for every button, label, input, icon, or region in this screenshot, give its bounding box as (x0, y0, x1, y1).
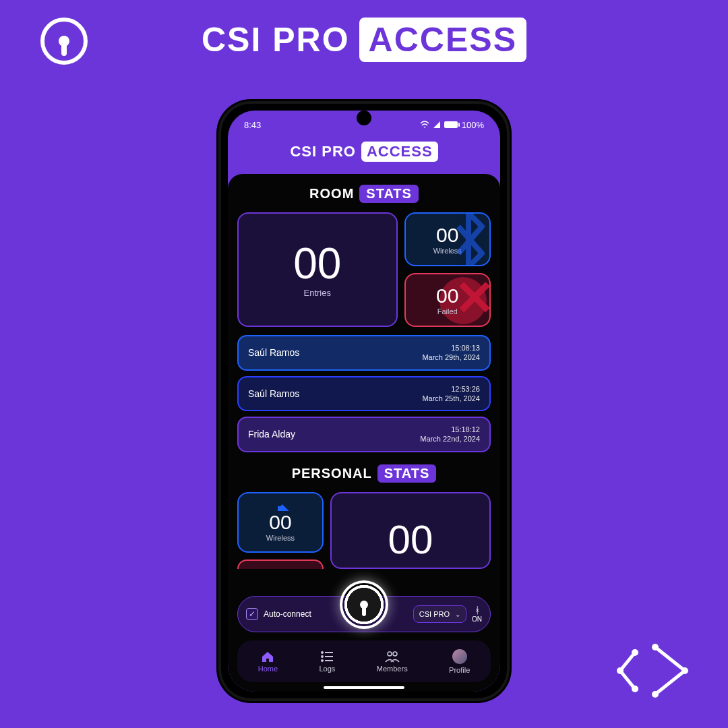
log-date: March 25th, 2024 (422, 394, 480, 403)
section-title-chip: STATS (377, 464, 437, 483)
app-title-pre: CSI PRO (290, 143, 355, 160)
log-date: March 22nd, 2024 (420, 434, 480, 444)
camera-notch (359, 113, 369, 123)
bottom-nav: Home Logs Members (237, 640, 491, 682)
svg-point-8 (321, 655, 324, 658)
promo-title: CSI PRO ACCESS (202, 18, 526, 62)
log-name: Saúl Ramos (248, 347, 299, 358)
status-battery: 100% (462, 120, 484, 130)
room-stats-title: ROOM STATS (237, 185, 491, 203)
app-title-chip: ACCESS (361, 142, 438, 162)
phone-frame: 8:43 100% CSI PRO ACCESS ROOM STATS 00 E… (218, 101, 510, 701)
personal-stats-title: PERSONAL STATS (237, 464, 491, 483)
log-entry[interactable]: Frida Alday15:18:12March 22nd, 2024 (237, 417, 491, 452)
check-icon: ✓ (249, 609, 255, 619)
room-select-value: CSI PRO (419, 610, 450, 618)
log-time: 12:53:26 (422, 384, 480, 394)
auto-connect-checkbox[interactable]: ✓ (246, 608, 258, 620)
card-entries[interactable]: 00 Entries (237, 212, 398, 327)
svg-point-1 (617, 667, 624, 674)
svg-point-13 (393, 652, 397, 656)
svg-point-0 (632, 649, 638, 656)
nav-logs-label: Logs (320, 665, 336, 673)
section-title-chip: STATS (359, 185, 419, 203)
battery-icon (444, 121, 458, 128)
home-icon (261, 650, 274, 663)
phone-screen: 8:43 100% CSI PRO ACCESS ROOM STATS 00 E… (228, 111, 500, 692)
status-time: 8:43 (244, 120, 261, 130)
svg-rect-7 (325, 652, 333, 653)
svg-point-3 (652, 644, 659, 650)
unlock-button[interactable] (340, 580, 388, 629)
personal-card-wireless[interactable]: 00 Wireless (237, 492, 324, 553)
nav-profile-label: Profile (449, 666, 470, 674)
card-wireless[interactable]: 00 Wireless (404, 212, 491, 266)
chevron-down-icon: ⌄ (455, 611, 460, 618)
bluetooth-icon (445, 212, 491, 266)
nav-profile[interactable]: Profile (449, 649, 470, 674)
signal-icon (433, 121, 440, 128)
room-stats-cards: 00 Entries 00 Wireless ✕ 00 (237, 212, 491, 327)
connection-controls: ✓ Auto-connect CSI PRO ⌄ ᚼ ON (237, 596, 491, 632)
members-icon (385, 650, 400, 663)
promo-brand-chip: ACCESS (359, 18, 526, 62)
entries-value: 00 (293, 242, 341, 285)
log-meta: 15:08:13March 29th, 2024 (422, 343, 480, 363)
svg-point-12 (388, 652, 392, 656)
failed-value: 00 (436, 284, 458, 307)
home-indicator (324, 686, 404, 689)
log-name: Saúl Ramos (248, 388, 299, 399)
promo-keyhole-logo (40, 18, 88, 65)
list-icon (320, 650, 334, 663)
log-entry[interactable]: Saúl Ramos15:08:13March 29th, 2024 (237, 335, 491, 371)
svg-point-2 (632, 686, 638, 692)
log-date: March 29th, 2024 (422, 353, 480, 362)
access-log-list: Saúl Ramos15:08:13March 29th, 2024Saúl R… (237, 335, 491, 452)
keyhole-icon (59, 36, 69, 47)
main-content: ROOM STATS 00 Entries 00 Wireless (228, 174, 500, 692)
card-failed[interactable]: ✕ 00 Failed (404, 273, 491, 327)
bluetooth-icon: ᚼ (472, 605, 482, 615)
svg-point-4 (681, 667, 688, 674)
svg-point-6 (321, 651, 324, 654)
avatar-icon (452, 649, 467, 664)
keyhole-icon (360, 601, 368, 609)
auto-connect-label: Auto-connect (264, 609, 311, 619)
bluetooth-status[interactable]: ᚼ ON (472, 605, 482, 623)
log-meta: 15:18:12March 22nd, 2024 (420, 425, 480, 444)
wifi-icon (420, 121, 429, 129)
log-time: 15:08:13 (422, 343, 480, 353)
log-entry[interactable]: Saúl Ramos12:53:26March 25th, 2024 (237, 376, 491, 412)
personal-wireless-label: Wireless (266, 534, 295, 542)
svg-rect-9 (325, 656, 333, 657)
bluetooth-icon (257, 503, 304, 511)
room-select-dropdown[interactable]: CSI PRO ⌄ (413, 605, 466, 623)
code-brackets-icon (616, 640, 690, 701)
svg-point-10 (321, 659, 324, 662)
nav-home-label: Home (258, 665, 278, 673)
nav-home[interactable]: Home (258, 650, 278, 673)
x-icon: ✕ (454, 274, 491, 322)
personal-wireless-value: 00 (269, 511, 291, 534)
log-name: Frida Alday (248, 429, 295, 439)
nav-members[interactable]: Members (377, 650, 408, 673)
personal-entries-value: 00 (388, 520, 433, 560)
section-title-pre: PERSONAL (292, 466, 372, 481)
svg-rect-11 (325, 660, 333, 661)
personal-stats-cards: 00 Wireless 00 (237, 492, 491, 569)
personal-card-entries[interactable]: 00 (330, 492, 491, 569)
app-header: CSI PRO ACCESS (228, 132, 500, 173)
nav-logs[interactable]: Logs (320, 650, 336, 673)
entries-label: Entries (304, 288, 331, 298)
promo-brand-pre: CSI PRO (202, 20, 350, 59)
log-meta: 12:53:26March 25th, 2024 (422, 384, 480, 404)
bluetooth-status-label: ON (472, 615, 482, 623)
personal-card-failed-partial[interactable] (237, 559, 324, 569)
failed-label: Failed (437, 307, 458, 315)
svg-point-5 (652, 691, 659, 698)
section-title-pre: ROOM (309, 186, 354, 202)
log-time: 15:18:12 (420, 425, 480, 434)
nav-members-label: Members (377, 665, 408, 673)
